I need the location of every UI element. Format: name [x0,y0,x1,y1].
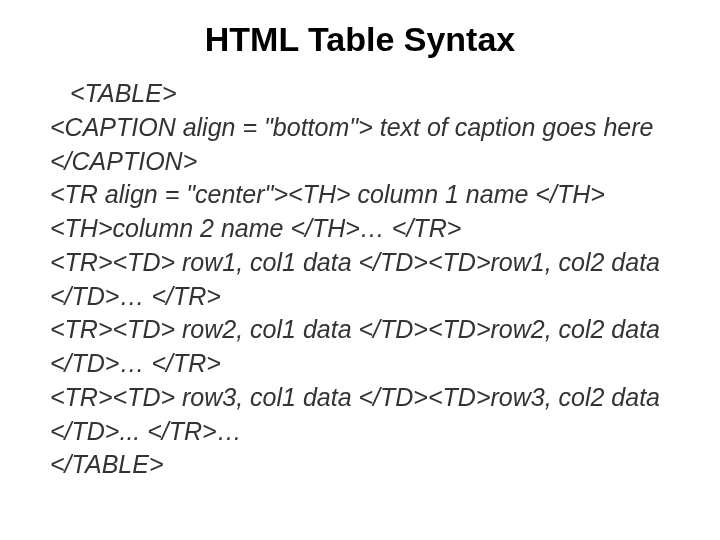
code-block: <TABLE> <CAPTION align = "bottom"> text … [40,77,680,482]
code-line-1: <TABLE> [50,77,680,111]
code-line-7: </TABLE> [50,448,680,482]
code-line-6: <TR><TD> row3, col1 data </TD><TD>row3, … [50,381,680,449]
code-line-5: <TR><TD> row2, col1 data </TD><TD>row2, … [50,313,680,381]
page-title: HTML Table Syntax [40,20,680,59]
code-line-4: <TR><TD> row1, col1 data </TD><TD>row1, … [50,246,680,314]
code-line-2: <CAPTION align = "bottom"> text of capti… [50,111,680,179]
code-line-3: <TR align = "center"><TH> column 1 name … [50,178,680,246]
